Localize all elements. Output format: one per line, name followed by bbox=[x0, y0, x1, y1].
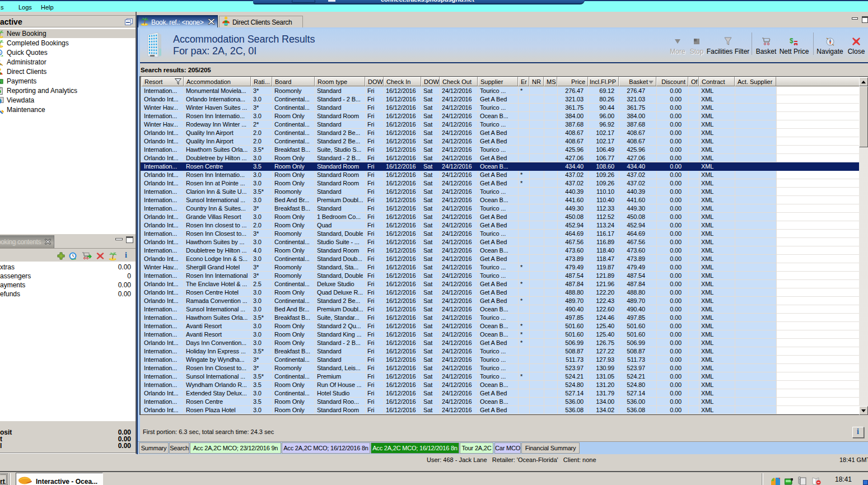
svg-text:$: $ bbox=[790, 37, 794, 45]
